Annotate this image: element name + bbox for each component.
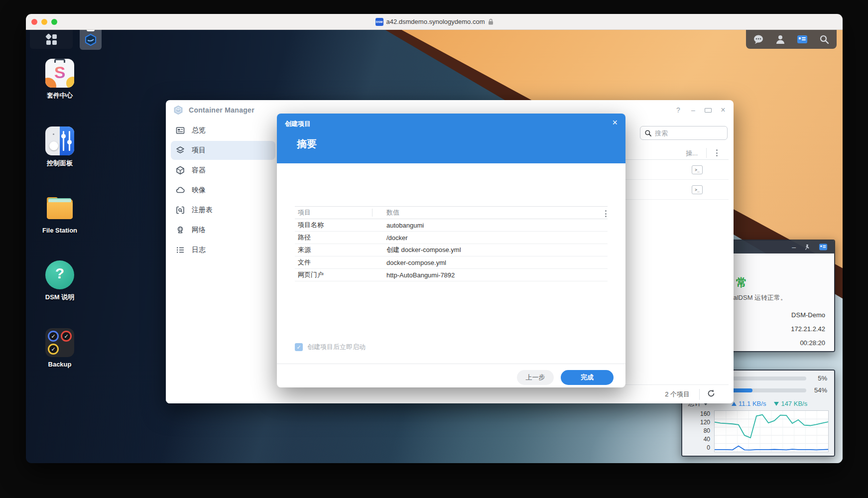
- search-icon: [644, 129, 652, 137]
- column-options-icon[interactable]: [716, 149, 718, 156]
- sidebar-label: 容器: [192, 166, 206, 175]
- dialog-header: 创建项目 × 摘要: [277, 114, 625, 163]
- sidebar-item-projects[interactable]: 项目: [171, 141, 275, 160]
- desktop-icon-file-station[interactable]: File Station: [32, 194, 88, 234]
- desktop-icon-column: S 套件中心 控制面板 File Station ? DSM 说明: [32, 59, 88, 394]
- cm-help-button[interactable]: ?: [675, 106, 682, 114]
- lock-icon: [488, 18, 494, 25]
- desktop-icon-label: 控制面板: [47, 159, 73, 168]
- action-column-header: 操...: [686, 149, 698, 158]
- backup-blue-badge: ✓: [48, 331, 59, 342]
- browser-window: DSM a42.dsmdemo.synologydemo.com: [26, 14, 843, 463]
- start-after-create-checkbox[interactable]: ✓ 创建项目后立即启动: [295, 343, 366, 352]
- cm-close-button[interactable]: ×: [720, 106, 727, 115]
- sidebar-item-registry[interactable]: 注册表: [171, 201, 275, 220]
- main-menu-button[interactable]: [30, 30, 73, 49]
- terminal-button[interactable]: >_: [692, 185, 703, 194]
- desktop-icon-label: File Station: [42, 227, 77, 234]
- summary-row: 项目名称 autobangumi: [295, 219, 608, 232]
- row-label: 项目名称: [295, 221, 372, 230]
- package-center-icon: S: [45, 59, 74, 88]
- desktop-icon-package-center[interactable]: S 套件中心: [32, 59, 88, 100]
- widget-panel-icon[interactable]: [819, 244, 827, 250]
- overview-icon: [176, 126, 185, 135]
- table-options-icon[interactable]: [605, 210, 607, 217]
- upload-rate: 11.1 KB/s: [732, 400, 766, 407]
- search-input[interactable]: [655, 129, 715, 137]
- row-label: 网页门户: [295, 270, 372, 279]
- sidebar-item-containers[interactable]: 容器: [171, 161, 275, 180]
- desktop-icon-control-panel[interactable]: 控制面板: [32, 126, 88, 168]
- checkbox-checked-icon: ✓: [295, 343, 303, 351]
- sidebar-item-logs[interactable]: 日志: [171, 241, 275, 259]
- containers-icon: [176, 166, 185, 175]
- address-bar[interactable]: DSM a42.dsmdemo.synologydemo.com: [375, 18, 494, 26]
- row-value: 创建 docker-compose.yml: [372, 246, 461, 254]
- control-panel-icon: [45, 126, 74, 155]
- summary-row: 来源 创建 docker-compose.yml: [295, 244, 608, 256]
- search-icon[interactable]: [819, 34, 830, 45]
- finish-button[interactable]: 完成: [561, 370, 614, 385]
- sidebar-label: 项目: [192, 146, 206, 155]
- value-column-header: 数值: [386, 208, 399, 217]
- row-label: 来源: [295, 246, 372, 254]
- checkbox-label: 创建项目后立即启动: [307, 343, 366, 352]
- dsm-help-icon: ?: [45, 260, 74, 289]
- terminal-button[interactable]: >_: [692, 165, 703, 174]
- dialog-footer: 上一步 完成: [277, 364, 625, 387]
- refresh-icon[interactable]: [707, 389, 716, 398]
- taskbar-item-container-manager[interactable]: [80, 30, 102, 50]
- download-rate: 147 KB/s: [774, 400, 807, 407]
- chart-y-axis: 160 120 80 40 0: [687, 409, 712, 453]
- sidebar-item-network[interactable]: 网络: [171, 221, 275, 240]
- notifications-icon[interactable]: [753, 34, 764, 45]
- desktop-icon-backup[interactable]: ✓ ✓ ✓ Backup: [32, 328, 88, 368]
- dsm-favicon: DSM: [375, 18, 383, 26]
- sidebar-label: 日志: [192, 246, 206, 254]
- dialog-close-button[interactable]: ×: [612, 118, 618, 128]
- row-label: 文件: [295, 258, 372, 267]
- widgets-icon[interactable]: [797, 34, 808, 45]
- sidebar-label: 总览: [192, 126, 206, 135]
- ip-address-value: 172.21.2.42: [791, 325, 825, 333]
- sidebar-label: 网络: [192, 226, 206, 235]
- create-project-dialog: 创建项目 × 摘要 项目 数值 项目名称 autobangumi 路径 /doc…: [277, 114, 625, 387]
- widget-minimize-icon[interactable]: –: [792, 243, 796, 251]
- maximize-traffic-light[interactable]: [51, 19, 57, 25]
- row-label: 路径: [295, 233, 372, 242]
- backup-yellow-badge: ✓: [48, 344, 59, 355]
- row-value: docker-compose.yml: [372, 259, 446, 266]
- project-search-box[interactable]: [640, 126, 728, 140]
- logs-icon: [176, 246, 185, 254]
- user-icon[interactable]: [775, 34, 786, 45]
- minimize-traffic-light[interactable]: [41, 19, 47, 25]
- cm-maximize-button[interactable]: [705, 106, 712, 114]
- taskbar: [26, 30, 843, 50]
- sidebar-item-images[interactable]: 映像: [171, 181, 275, 200]
- row-value: http-AutoBangumi-7892: [372, 271, 455, 279]
- sidebar-label: 注册表: [192, 206, 213, 215]
- server-name-value: DSM-Demo: [791, 311, 825, 319]
- cm-window-title: Container Manager: [189, 106, 254, 114]
- back-button[interactable]: 上一步: [517, 370, 554, 385]
- registry-icon: [176, 206, 185, 215]
- pin-icon[interactable]: [804, 244, 810, 250]
- network-traffic-chart: 160 120 80 40 0: [687, 409, 831, 453]
- download-arrow-icon: [774, 402, 779, 406]
- images-icon: [176, 186, 185, 195]
- backup-red-badge: ✓: [61, 331, 72, 342]
- close-traffic-light[interactable]: [31, 19, 37, 25]
- taskbar-tray: [746, 30, 837, 49]
- backup-icon: ✓ ✓ ✓: [45, 328, 74, 357]
- cm-sidebar: 总览 项目 容器 映像 注册表: [166, 120, 280, 403]
- health-status: 常: [736, 275, 747, 290]
- summary-row: 文件 docker-compose.yml: [295, 256, 608, 269]
- projects-icon: [176, 146, 185, 155]
- cm-minimize-button[interactable]: –: [690, 106, 697, 114]
- desktop-icon-label: Backup: [48, 361, 72, 368]
- desktop-icon-label: 套件中心: [47, 91, 73, 100]
- desktop-icon-dsm-help[interactable]: ? DSM 说明: [32, 260, 88, 302]
- dialog-step-title: 摘要: [297, 137, 317, 151]
- sidebar-item-overview[interactable]: 总览: [171, 121, 275, 140]
- container-manager-logo-icon: [173, 105, 184, 116]
